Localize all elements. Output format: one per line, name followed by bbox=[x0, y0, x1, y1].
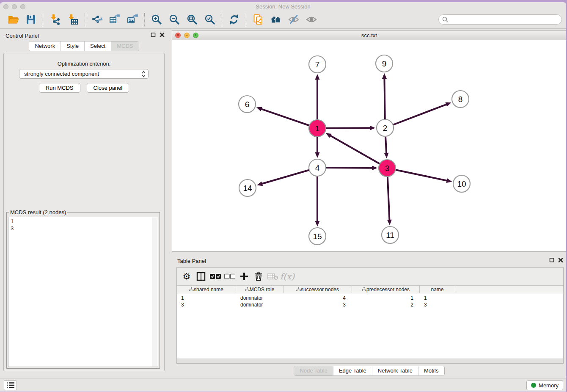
table-toolbar: ⚙ f(x) bbox=[177, 268, 563, 285]
graph-node-6[interactable]: 6 bbox=[239, 96, 256, 113]
svg-text:1: 1 bbox=[315, 124, 320, 133]
network-window-titlebar[interactable]: × − + scc.txt bbox=[172, 30, 566, 40]
table-body: 1dominator4113dominator323 bbox=[177, 293, 563, 359]
column-header-name[interactable]: name bbox=[420, 286, 455, 293]
show-graphics-eye-icon[interactable] bbox=[304, 12, 319, 27]
float-panel-icon[interactable] bbox=[151, 32, 156, 37]
run-mcds-button[interactable]: Run MCDS bbox=[39, 83, 80, 93]
apply-function-icon: f(x) bbox=[281, 270, 294, 283]
mcds-result-line: 3 bbox=[11, 225, 156, 232]
graph-edge-4-14[interactable] bbox=[257, 168, 317, 186]
table-settings-gear-icon[interactable]: ⚙ bbox=[180, 270, 193, 283]
refresh-icon[interactable] bbox=[227, 12, 241, 27]
table-cell[interactable]: dominator bbox=[236, 295, 284, 301]
export-network-icon[interactable] bbox=[90, 12, 104, 27]
column-header-predecessor-nodes[interactable]: predecessor nodes bbox=[352, 286, 420, 293]
column-header-MCDS-role[interactable]: MCDS role bbox=[236, 286, 284, 293]
graph-edge-3-1[interactable] bbox=[326, 133, 387, 168]
home-networks-icon[interactable] bbox=[269, 12, 283, 27]
copy-network-icon[interactable] bbox=[251, 12, 265, 27]
graph-edge-1-6[interactable] bbox=[256, 107, 317, 128]
tab-motifs[interactable]: Motifs bbox=[418, 366, 444, 375]
column-sort-tree-icon bbox=[362, 287, 366, 292]
zoom-out-icon[interactable] bbox=[167, 12, 182, 27]
graph-edge-4-3[interactable] bbox=[317, 166, 377, 170]
graph-node-7[interactable]: 7 bbox=[309, 56, 326, 73]
tab-network[interactable]: Network bbox=[29, 41, 61, 51]
tab-style[interactable]: Style bbox=[61, 41, 84, 51]
svg-text:10: 10 bbox=[457, 179, 466, 188]
svg-text:4: 4 bbox=[315, 163, 320, 172]
table-cell[interactable]: 1 bbox=[352, 295, 420, 301]
select-all-columns-icon[interactable] bbox=[209, 270, 222, 283]
column-sort-tree-icon bbox=[189, 287, 194, 292]
table-row[interactable]: 1dominator411 bbox=[177, 295, 563, 301]
zoom-in-icon[interactable] bbox=[149, 12, 164, 27]
graph-node-9[interactable]: 9 bbox=[376, 55, 393, 72]
deselect-all-columns-icon[interactable] bbox=[223, 270, 236, 283]
column-sort-tree-icon bbox=[296, 287, 301, 292]
tab-mcds[interactable]: MCDS bbox=[111, 41, 138, 51]
zoom-selected-icon[interactable] bbox=[203, 12, 217, 27]
column-header-shared-name[interactable]: shared name bbox=[177, 286, 236, 293]
hide-graphics-eye-icon[interactable] bbox=[286, 12, 301, 27]
tab-edge-table[interactable]: Edge Table bbox=[333, 366, 372, 375]
optimization-criterion-select[interactable]: strongly connected component bbox=[19, 69, 149, 79]
graph-node-8[interactable]: 8 bbox=[452, 91, 469, 108]
import-table-icon[interactable] bbox=[66, 12, 80, 27]
toolbar-separator bbox=[85, 13, 85, 26]
mcds-result-line: 1 bbox=[11, 218, 156, 225]
search-input[interactable] bbox=[450, 17, 558, 23]
search-field[interactable] bbox=[438, 14, 562, 25]
table-cell[interactable]: 2 bbox=[352, 301, 420, 308]
network-canvas[interactable]: 7968124314101511 bbox=[172, 40, 566, 251]
import-network-icon[interactable] bbox=[48, 12, 62, 27]
result-scrollbar[interactable] bbox=[152, 217, 158, 367]
task-history-button[interactable] bbox=[4, 380, 17, 390]
save-icon[interactable] bbox=[24, 12, 38, 27]
table-cell[interactable]: dominator bbox=[236, 301, 284, 308]
column-header-successor-nodes[interactable]: successor nodes bbox=[284, 286, 352, 293]
export-image-icon[interactable] bbox=[125, 12, 140, 27]
tab-select[interactable]: Select bbox=[84, 41, 111, 51]
svg-text:8: 8 bbox=[458, 95, 463, 104]
table-cell[interactable]: 3 bbox=[420, 301, 455, 308]
zoom-fit-icon[interactable] bbox=[185, 12, 199, 27]
table-cell[interactable]: 3 bbox=[284, 301, 352, 308]
graph-edge-2-8[interactable] bbox=[385, 102, 451, 128]
close-panel-icon[interactable] bbox=[160, 32, 165, 37]
float-table-panel-icon[interactable] bbox=[549, 257, 554, 262]
column-header-label: successor nodes bbox=[301, 287, 339, 293]
tab-network-table[interactable]: Network Table bbox=[372, 366, 418, 375]
select-stepper-icon bbox=[142, 71, 146, 77]
memory-button[interactable]: Memory bbox=[526, 380, 563, 390]
close-panel-button[interactable]: Close panel bbox=[87, 83, 129, 93]
tab-node-table[interactable]: Node Table bbox=[294, 366, 333, 375]
table-cell[interactable]: 4 bbox=[284, 295, 352, 301]
graph-node-1[interactable]: 1 bbox=[309, 120, 326, 137]
graph-node-15[interactable]: 15 bbox=[309, 228, 326, 245]
table-cell[interactable]: 1 bbox=[177, 295, 236, 301]
graph-edge-3-10[interactable] bbox=[387, 168, 452, 183]
mcds-result-textarea[interactable]: 13 bbox=[8, 217, 158, 367]
export-table-icon[interactable] bbox=[107, 12, 122, 27]
graph-node-4[interactable]: 4 bbox=[309, 159, 326, 176]
close-table-panel-icon[interactable] bbox=[558, 257, 563, 262]
column-layout-icon[interactable] bbox=[195, 270, 207, 283]
add-column-icon[interactable] bbox=[238, 270, 250, 283]
table-panel: Table Panel ⚙ bbox=[172, 254, 566, 378]
column-header-label: name bbox=[431, 287, 443, 293]
memory-label: Memory bbox=[539, 382, 559, 389]
table-footer-strip bbox=[177, 359, 563, 363]
table-cell[interactable]: 3 bbox=[177, 301, 236, 308]
open-folder-icon[interactable] bbox=[6, 12, 20, 27]
table-row[interactable]: 3dominator323 bbox=[177, 301, 563, 308]
graph-node-2[interactable]: 2 bbox=[377, 119, 394, 136]
graph-node-14[interactable]: 14 bbox=[239, 179, 256, 196]
graph-node-3[interactable]: 3 bbox=[379, 160, 396, 177]
delete-column-trash-icon[interactable] bbox=[252, 270, 265, 283]
optimization-criterion-value: strongly connected component bbox=[24, 71, 99, 77]
graph-node-11[interactable]: 11 bbox=[382, 226, 399, 243]
table-cell[interactable]: 1 bbox=[420, 295, 455, 301]
graph-node-10[interactable]: 10 bbox=[453, 175, 470, 192]
